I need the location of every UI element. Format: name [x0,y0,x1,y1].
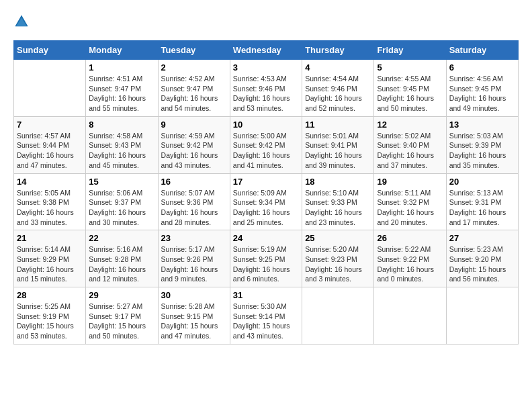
day-info: Sunrise: 5:09 AMSunset: 9:34 PMDaylight:… [233,188,299,228]
day-cell: 16 Sunrise: 5:07 AMSunset: 9:36 PMDaylig… [158,173,230,230]
day-info: Sunrise: 5:02 AMSunset: 9:40 PMDaylight:… [377,131,443,171]
day-number: 24 [233,233,299,243]
day-number: 21 [17,233,83,243]
page-header [13,13,519,30]
col-header-wednesday: Wednesday [230,41,302,60]
day-cell: 2 Sunrise: 4:52 AMSunset: 9:47 PMDayligh… [158,60,230,117]
day-cell: 10 Sunrise: 5:00 AMSunset: 9:42 PMDaylig… [230,116,302,173]
day-number: 6 [449,62,515,73]
day-number: 5 [377,62,443,73]
day-number: 22 [89,233,154,243]
day-number: 30 [161,290,227,300]
day-cell: 31 Sunrise: 5:30 AMSunset: 9:14 PMDaylig… [230,287,302,345]
day-cell: 11 Sunrise: 5:01 AMSunset: 9:41 PMDaylig… [302,116,374,173]
day-number: 12 [377,120,443,130]
day-number: 27 [449,233,515,243]
day-info: Sunrise: 5:14 AMSunset: 9:29 PMDaylight:… [17,244,83,284]
day-info: Sunrise: 4:55 AMSunset: 9:45 PMDaylight:… [377,74,443,113]
day-info: Sunrise: 5:06 AMSunset: 9:37 PMDaylight:… [89,188,154,228]
day-cell: 9 Sunrise: 4:59 AMSunset: 9:42 PMDayligh… [158,116,230,173]
col-header-saturday: Saturday [446,41,518,60]
day-info: Sunrise: 5:20 AMSunset: 9:23 PMDaylight:… [305,244,371,284]
day-info: Sunrise: 5:23 AMSunset: 9:20 PMDaylight:… [449,244,515,284]
day-info: Sunrise: 5:00 AMSunset: 9:42 PMDaylight:… [233,131,299,171]
day-info: Sunrise: 5:05 AMSunset: 9:38 PMDaylight:… [17,188,83,228]
day-cell: 14 Sunrise: 5:05 AMSunset: 9:38 PMDaylig… [14,173,86,230]
day-info: Sunrise: 5:28 AMSunset: 9:15 PMDaylight:… [161,302,227,341]
col-header-tuesday: Tuesday [158,41,230,60]
day-number: 25 [305,233,371,243]
logo [13,13,32,30]
day-info: Sunrise: 4:54 AMSunset: 9:46 PMDaylight:… [305,74,371,113]
day-cell: 1 Sunrise: 4:51 AMSunset: 9:47 PMDayligh… [86,60,158,117]
day-info: Sunrise: 5:10 AMSunset: 9:33 PMDaylight:… [305,188,371,228]
day-info: Sunrise: 5:25 AMSunset: 9:19 PMDaylight:… [17,302,83,341]
day-cell: 24 Sunrise: 5:19 AMSunset: 9:25 PMDaylig… [230,230,302,287]
day-cell: 21 Sunrise: 5:14 AMSunset: 9:29 PMDaylig… [14,230,86,287]
col-header-sunday: Sunday [14,41,86,60]
day-number: 18 [305,177,371,187]
day-info: Sunrise: 5:07 AMSunset: 9:36 PMDaylight:… [161,188,227,228]
day-info: Sunrise: 4:51 AMSunset: 9:47 PMDaylight:… [89,74,154,113]
col-header-monday: Monday [86,41,158,60]
day-cell [374,287,446,345]
day-number: 17 [233,177,299,187]
day-number: 8 [89,120,154,130]
day-cell: 20 Sunrise: 5:13 AMSunset: 9:31 PMDaylig… [446,173,518,230]
day-info: Sunrise: 4:53 AMSunset: 9:46 PMDaylight:… [233,74,299,113]
day-cell: 29 Sunrise: 5:27 AMSunset: 9:17 PMDaylig… [86,287,158,345]
col-header-thursday: Thursday [302,41,374,60]
day-info: Sunrise: 4:58 AMSunset: 9:43 PMDaylight:… [89,131,154,171]
week-row-5: 28 Sunrise: 5:25 AMSunset: 9:19 PMDaylig… [14,287,519,345]
day-number: 20 [449,177,515,187]
day-info: Sunrise: 5:19 AMSunset: 9:25 PMDaylight:… [233,244,299,284]
day-number: 11 [305,120,371,130]
day-number: 16 [161,177,227,187]
week-row-1: 1 Sunrise: 4:51 AMSunset: 9:47 PMDayligh… [14,60,519,117]
day-info: Sunrise: 5:22 AMSunset: 9:22 PMDaylight:… [377,244,443,284]
week-row-4: 21 Sunrise: 5:14 AMSunset: 9:29 PMDaylig… [14,230,519,287]
day-number: 7 [17,120,83,130]
day-cell: 23 Sunrise: 5:17 AMSunset: 9:26 PMDaylig… [158,230,230,287]
day-info: Sunrise: 5:01 AMSunset: 9:41 PMDaylight:… [305,131,371,171]
day-cell: 5 Sunrise: 4:55 AMSunset: 9:45 PMDayligh… [374,60,446,117]
day-cell: 18 Sunrise: 5:10 AMSunset: 9:33 PMDaylig… [302,173,374,230]
day-cell: 7 Sunrise: 4:57 AMSunset: 9:44 PMDayligh… [14,116,86,173]
day-number: 3 [233,62,299,73]
day-number: 14 [17,177,83,187]
day-number: 10 [233,120,299,130]
day-cell: 17 Sunrise: 5:09 AMSunset: 9:34 PMDaylig… [230,173,302,230]
day-cell: 15 Sunrise: 5:06 AMSunset: 9:37 PMDaylig… [86,173,158,230]
day-cell [446,287,518,345]
day-number: 23 [161,233,227,243]
day-number: 9 [161,120,227,130]
day-number: 13 [449,120,515,130]
day-info: Sunrise: 5:17 AMSunset: 9:26 PMDaylight:… [161,244,227,284]
day-cell: 3 Sunrise: 4:53 AMSunset: 9:46 PMDayligh… [230,60,302,117]
day-cell: 8 Sunrise: 4:58 AMSunset: 9:43 PMDayligh… [86,116,158,173]
day-cell: 6 Sunrise: 4:56 AMSunset: 9:45 PMDayligh… [446,60,518,117]
day-info: Sunrise: 5:16 AMSunset: 9:28 PMDaylight:… [89,244,154,284]
day-info: Sunrise: 5:27 AMSunset: 9:17 PMDaylight:… [89,302,154,341]
day-number: 15 [89,177,154,187]
day-number: 31 [233,290,299,300]
col-header-friday: Friday [374,41,446,60]
logo-icon [13,13,30,30]
day-info: Sunrise: 4:57 AMSunset: 9:44 PMDaylight:… [17,131,83,171]
day-number: 19 [377,177,443,187]
day-cell: 28 Sunrise: 5:25 AMSunset: 9:19 PMDaylig… [14,287,86,345]
day-cell: 19 Sunrise: 5:11 AMSunset: 9:32 PMDaylig… [374,173,446,230]
day-number: 26 [377,233,443,243]
day-cell: 4 Sunrise: 4:54 AMSunset: 9:46 PMDayligh… [302,60,374,117]
day-number: 28 [17,290,83,300]
day-cell: 26 Sunrise: 5:22 AMSunset: 9:22 PMDaylig… [374,230,446,287]
day-number: 1 [89,62,154,73]
day-info: Sunrise: 5:03 AMSunset: 9:39 PMDaylight:… [449,131,515,171]
day-cell: 27 Sunrise: 5:23 AMSunset: 9:20 PMDaylig… [446,230,518,287]
day-info: Sunrise: 5:30 AMSunset: 9:14 PMDaylight:… [233,302,299,341]
day-number: 29 [89,290,154,300]
day-cell: 13 Sunrise: 5:03 AMSunset: 9:39 PMDaylig… [446,116,518,173]
calendar-table: SundayMondayTuesdayWednesdayThursdayFrid… [13,40,519,345]
day-cell [302,287,374,345]
week-row-2: 7 Sunrise: 4:57 AMSunset: 9:44 PMDayligh… [14,116,519,173]
